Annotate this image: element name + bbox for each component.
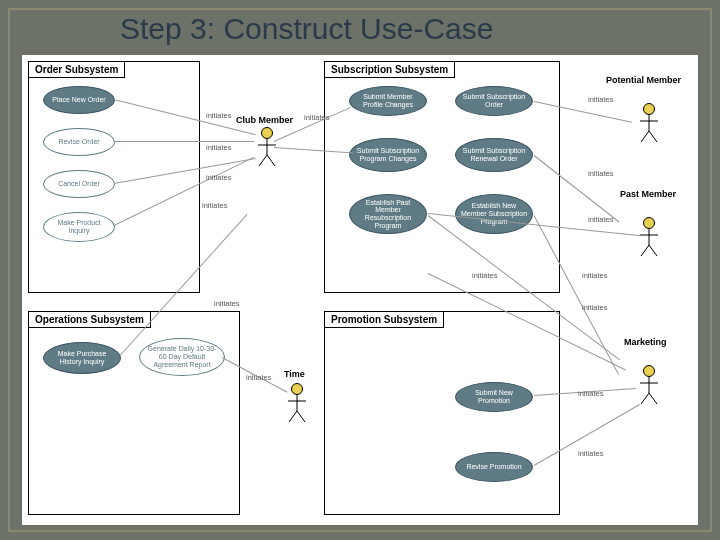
svg-line-14 <box>649 131 657 142</box>
usecase-revise-promotion: Revise Promotion <box>455 452 533 482</box>
svg-point-5 <box>292 384 303 395</box>
svg-point-10 <box>644 104 655 115</box>
svg-line-24 <box>649 393 657 404</box>
rel-label: initiates <box>578 449 603 458</box>
svg-line-3 <box>259 155 267 166</box>
usecase-diagram: Order Subsystem Place New Order Revise O… <box>22 55 698 525</box>
usecase-submit-renewal-order: Submit Subscription Renewal Order <box>455 138 533 172</box>
rel-label: initiates <box>206 143 231 152</box>
slide-title: Step 3: Construct Use-Case <box>120 12 494 46</box>
usecase-submit-subscription-order: Submit Subscription Order <box>455 86 533 116</box>
connector <box>114 141 254 142</box>
rel-label: initiates <box>206 111 231 120</box>
svg-line-23 <box>641 393 649 404</box>
svg-line-13 <box>641 131 649 142</box>
svg-line-9 <box>297 411 305 422</box>
actor-marketing <box>634 365 664 405</box>
usecase-revise-order: Revise Order <box>43 128 115 156</box>
subsystem-label: Promotion Subsystem <box>324 311 444 328</box>
svg-line-8 <box>289 411 297 422</box>
actor-label-marketing: Marketing <box>624 337 667 347</box>
rel-label: initiates <box>588 95 613 104</box>
subscription-subsystem: Subscription Subsystem Submit Member Pro… <box>324 61 560 293</box>
subsystem-label: Subscription Subsystem <box>324 61 455 78</box>
actor-time <box>282 383 312 423</box>
usecase-cancel-order: Cancel Order <box>43 170 115 198</box>
actor-past-member <box>634 217 664 257</box>
usecase-generate-daily-report: Generate Daily 10-30-60 Day Default Agre… <box>139 338 225 376</box>
svg-line-4 <box>267 155 275 166</box>
svg-point-0 <box>262 128 273 139</box>
rel-label: initiates <box>214 299 239 308</box>
usecase-place-new-order: Place New Order <box>43 86 115 114</box>
usecase-establish-new-sub: Establish New Member Subscription Progra… <box>455 194 533 234</box>
usecase-establish-past-resub: Establish Past Member Resubscription Pro… <box>349 194 427 234</box>
rel-label: initiates <box>582 271 607 280</box>
promotion-subsystem: Promotion Subsystem Submit New Promotion… <box>324 311 560 515</box>
rel-label: initiates <box>588 215 613 224</box>
order-subsystem: Order Subsystem Place New Order Revise O… <box>28 61 200 293</box>
svg-point-15 <box>644 218 655 229</box>
subsystem-label: Order Subsystem <box>28 61 125 78</box>
actor-potential-member <box>634 103 664 143</box>
rel-label: initiates <box>578 389 603 398</box>
actor-label-club-member: Club Member <box>236 115 293 125</box>
actor-label-past-member: Past Member <box>620 189 676 199</box>
subsystem-label: Operations Subsystem <box>28 311 151 328</box>
operations-subsystem: Operations Subsystem Make Purchase Histo… <box>28 311 240 515</box>
usecase-make-product-inquiry: Make Product Inquiry <box>43 212 115 242</box>
actor-label-potential-member: Potential Member <box>606 75 681 85</box>
svg-line-19 <box>649 245 657 256</box>
svg-line-18 <box>641 245 649 256</box>
rel-label: initiates <box>246 373 271 382</box>
actor-label-time: Time <box>284 369 305 379</box>
rel-label: initiates <box>472 271 497 280</box>
rel-label: initiates <box>206 173 231 182</box>
rel-label: initiates <box>582 303 607 312</box>
usecase-submit-new-promotion: Submit New Promotion <box>455 382 533 412</box>
usecase-submit-profile-changes: Submit Member Profile Changes <box>349 86 427 116</box>
usecase-submit-program-changes: Submit Subscription Program Changes <box>349 138 427 172</box>
rel-label: initiates <box>304 113 329 122</box>
usecase-purchase-history-inquiry: Make Purchase History Inquiry <box>43 342 121 374</box>
svg-point-20 <box>644 366 655 377</box>
rel-label: initiates <box>202 201 227 210</box>
rel-label: initiates <box>588 169 613 178</box>
